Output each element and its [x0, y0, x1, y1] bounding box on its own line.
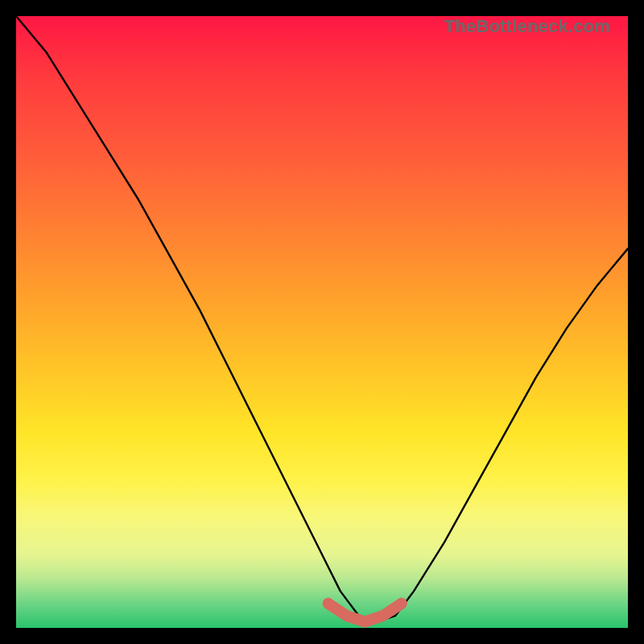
- curve-accent-segment: [328, 604, 402, 622]
- curve-main-line: [16, 16, 628, 621]
- chart-frame: TheBottleneck.com: [0, 0, 644, 644]
- bottleneck-chart: [16, 16, 628, 628]
- chart-plot-area: TheBottleneck.com: [16, 16, 628, 628]
